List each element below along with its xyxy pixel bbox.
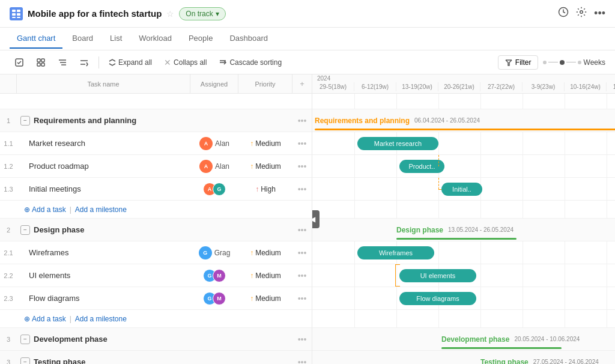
main-content: Task name Assigned Priority + 1 − Requir… (0, 74, 615, 364)
collapse-btn-1[interactable]: − (20, 116, 30, 126)
expand-collapse-icon[interactable] (31, 55, 50, 70)
task-2-2-priority: ↑ Medium (238, 271, 292, 280)
header-right: ••• (558, 7, 605, 20)
group-3-name: − Development phase (17, 335, 190, 344)
collapse-all-button[interactable]: ✕ Collaps all (159, 55, 211, 70)
task-1-3-more[interactable]: ••• (292, 184, 312, 194)
gantt-row-2-3: Flow diagrams (312, 287, 615, 310)
avatar-group-2-3: G M (203, 292, 226, 305)
group-icon[interactable] (53, 55, 72, 70)
spacer-row (0, 94, 312, 109)
gantt-add-row-1 (312, 201, 615, 219)
status-badge[interactable]: On track ▾ (179, 7, 225, 20)
tab-gantt-chart[interactable]: Gantt chart (10, 29, 62, 49)
task-2-1-name: Wireframes (17, 248, 190, 257)
task-row-2-1: 2.1 Wireframes G Grag ↑ Medium ••• (0, 241, 312, 264)
add-milestone-btn-1[interactable]: Add a milestone (75, 205, 127, 214)
dep-line-3 (438, 189, 441, 190)
phase-bar-1 (315, 129, 615, 130)
add-milestone-btn-2[interactable]: Add a milestone (75, 315, 127, 323)
row-num-4: 3 (0, 359, 17, 365)
row-1-more[interactable]: ••• (292, 116, 312, 126)
gantt-row-group-3: Development phase 20.05.2024 - 10.06.202… (312, 328, 615, 351)
row-2-more[interactable]: ••• (292, 225, 312, 235)
col-header-assigned: Assigned (190, 74, 238, 93)
sort-icon[interactable] (74, 55, 94, 70)
gantt-row-group-1: Requirements and planning 06.04.2024 - 2… (312, 109, 615, 132)
cascade-sort-button[interactable]: Cascade sorting (214, 56, 286, 69)
collapse-btn-4[interactable]: − (20, 357, 30, 365)
add-task-btn-1[interactable]: ⊕ Add a task (24, 205, 66, 214)
task-2-3-more[interactable]: ••• (292, 294, 312, 303)
row-num-1: 1 (0, 117, 17, 124)
row-num-2: 2 (0, 226, 17, 234)
dot-3 (578, 61, 581, 64)
task-2-1-assigned: G Grag (190, 246, 238, 259)
task-1-3-priority: ↑ High (238, 185, 292, 193)
gantt-body: Requirements and planning 06.04.2024 - 2… (312, 94, 615, 364)
task-2-1-priority: ↑ Medium (238, 249, 292, 257)
phase-date-3: 20.05.2024 - 10.06.2024 (514, 336, 580, 342)
row-num-1-1: 1.1 (0, 140, 17, 147)
tab-workload[interactable]: Workload (132, 29, 179, 49)
col-header-add[interactable]: + (292, 74, 312, 93)
dep-line-1 (438, 155, 439, 166)
bar-initial-meetings[interactable]: Initial.. (441, 183, 482, 196)
task-row-1-2: 1.2 Product roadmap A Alan ↑ Medium ••• (0, 155, 312, 178)
gantt-row-1-2: Product.. (312, 155, 615, 178)
toolbar: Expand all ✕ Collaps all Cascade sorting… (0, 50, 615, 74)
tab-people[interactable]: People (181, 29, 220, 49)
week-col-22: 27-2(22w) (480, 82, 523, 91)
task-1-2-more[interactable]: ••• (292, 162, 312, 171)
tab-board[interactable]: Board (65, 29, 100, 49)
gantt-nav-arrow[interactable]: ◀ (312, 210, 320, 228)
tab-dashboard[interactable]: Dashboard (222, 29, 275, 49)
task-2-1-more[interactable]: ••• (292, 248, 312, 258)
avatar-group-1-3: A G (203, 183, 226, 196)
group-row-4: 3 − Testing phase ••• (0, 351, 312, 364)
dep-line-2 (438, 178, 439, 189)
dep-bracket-3 (395, 286, 400, 287)
bar-wireframes[interactable]: Wireframes (357, 246, 434, 259)
bar-market-research[interactable]: Market research (357, 137, 438, 150)
collapse-btn-3[interactable]: − (20, 335, 30, 344)
bar-product-roadmap[interactable]: Product.. (399, 160, 444, 173)
settings-icon[interactable] (576, 7, 587, 20)
task-1-2-name: Product roadmap (17, 162, 190, 171)
svg-rect-11 (37, 63, 40, 66)
row-num-2-2: 2.2 (0, 272, 17, 279)
col-header-priority: Priority (238, 74, 292, 93)
gantt-row-2-1: Wireframes (312, 241, 615, 264)
star-icon[interactable]: ☆ (166, 9, 174, 19)
bar-ui-elements[interactable]: UI elements (399, 269, 476, 282)
task-1-3-name: Initial meetings (17, 184, 190, 193)
row-3-more[interactable]: ••• (292, 335, 312, 344)
task-2-3-assigned: G M (190, 292, 238, 305)
more-icon[interactable]: ••• (594, 7, 605, 20)
bar-flow-diagrams[interactable]: Flow diagrams (399, 292, 476, 305)
task-1-1-more[interactable]: ••• (292, 139, 312, 148)
collapse-btn-2[interactable]: − (20, 225, 30, 235)
task-2-3-priority: ↑ Medium (238, 294, 292, 303)
history-icon[interactable] (558, 7, 569, 20)
gantt-row-group-4: Testing phase 27.05.2024 - 24.06.2024 (312, 351, 615, 364)
nav-tabs: Gantt chart Board List Workload People D… (0, 28, 615, 50)
avatar-1-3-b: G (213, 183, 226, 196)
add-task-btn-2[interactable]: ⊕ Add a task (24, 315, 66, 323)
svg-rect-3 (17, 13, 20, 16)
phase-label-1: Requirements and planning (315, 117, 410, 125)
task-1-3-assigned: A G (190, 183, 238, 196)
group-1-name: − Requirements and planning (17, 116, 190, 126)
phase-label-2: Design phase (396, 226, 443, 234)
dot-line-1 (548, 62, 558, 62)
gantt-panel: ◀ 2024 29-5(18w) 6-12(19w) 13-19(20w) 20… (312, 74, 615, 364)
dot-active (560, 60, 565, 65)
checkbox-icon[interactable] (10, 55, 29, 70)
tab-list[interactable]: List (103, 29, 129, 49)
week-dots (543, 60, 581, 65)
expand-all-button[interactable]: Expand all (104, 56, 157, 69)
task-2-2-more[interactable]: ••• (292, 271, 312, 281)
row-4-more[interactable]: ••• (292, 357, 312, 365)
toolbar-separator-1 (98, 56, 99, 68)
filter-button[interactable]: Filter (498, 55, 538, 70)
